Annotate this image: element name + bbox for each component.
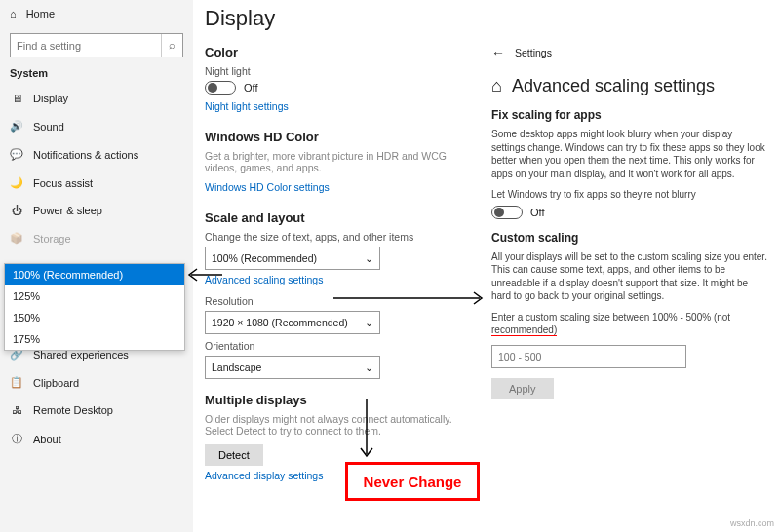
item-label: Clipboard (33, 377, 79, 389)
page-title: Advanced scaling settings (512, 76, 715, 96)
power-icon: ⏻ (10, 205, 23, 216)
watermark: wsxdn.com (730, 518, 774, 528)
scale-option-125[interactable]: 125% (5, 285, 184, 307)
multiple-displays-desc: Older displays might not always connect … (205, 413, 464, 437)
settings-label: Settings (515, 47, 552, 58)
resolution-value: 1920 × 1080 (Recommended) (212, 317, 348, 328)
fix-scaling-desc: Some desktop apps might look blurry when… (491, 128, 768, 180)
scale-dropdown-list[interactable]: 100% (Recommended) 125% 150% 175% (4, 263, 185, 351)
apply-button[interactable]: Apply (491, 378, 554, 399)
item-label: Notifications & actions (33, 149, 138, 161)
night-light-settings-link[interactable]: Night light settings (205, 100, 289, 112)
orientation-value: Landscape (212, 361, 261, 373)
sidebar-item-about[interactable]: ⓘAbout (0, 424, 193, 454)
sidebar-item-power[interactable]: ⏻Power & sleep (0, 197, 193, 224)
search-input[interactable] (11, 40, 161, 52)
clipboard-icon: 📋 (10, 376, 23, 389)
remote-icon: 🖧 (10, 404, 23, 416)
display-icon: 🖥 (10, 93, 23, 104)
orientation-label: Orientation (205, 340, 464, 352)
about-icon: ⓘ (10, 432, 23, 446)
toggle-state: Off (530, 207, 544, 218)
focus-icon: 🌙 (10, 176, 23, 189)
scale-label: Change the size of text, apps, and other… (205, 231, 464, 243)
display-settings-pane: Display Color Night light Off Night ligh… (193, 0, 476, 491)
sidebar-item-display[interactable]: 🖥Display (0, 85, 193, 112)
sidebar-item-sound[interactable]: 🔊Sound (0, 112, 193, 140)
item-label: Focus assist (33, 177, 93, 189)
search-box[interactable]: ⌕ (10, 33, 183, 57)
custom-scaling-heading: Custom scaling (491, 231, 768, 245)
orientation-select[interactable]: Landscape ⌄ (205, 356, 380, 379)
scale-option-175[interactable]: 175% (5, 328, 184, 350)
toggle-switch-icon (491, 206, 523, 219)
hd-color-heading: Windows HD Color (205, 130, 464, 144)
search-icon[interactable]: ⌕ (161, 34, 182, 57)
advanced-scaling-link[interactable]: Advanced scaling settings (205, 274, 323, 285)
sidebar-item-clipboard[interactable]: 📋Clipboard (0, 368, 193, 397)
item-label: Storage (33, 233, 71, 245)
item-label: Power & sleep (33, 205, 102, 216)
detect-button[interactable]: Detect (205, 444, 263, 466)
advanced-display-link[interactable]: Advanced display settings (205, 470, 323, 481)
item-label: Remote Desktop (33, 404, 113, 416)
home-label: Home (26, 8, 55, 19)
custom-scaling-label: Enter a custom scaling size between 100%… (491, 311, 768, 337)
chevron-down-icon: ⌄ (365, 252, 373, 264)
resolution-label: Resolution (205, 295, 464, 307)
sidebar-item-focus[interactable]: 🌙Focus assist (0, 169, 193, 197)
chevron-down-icon: ⌄ (365, 361, 373, 373)
item-label: Sound (33, 121, 64, 133)
category-title: System (10, 67, 183, 79)
multiple-displays-heading: Multiple displays (205, 393, 464, 407)
toggle-switch-icon (205, 81, 236, 95)
home-nav[interactable]: ⌂ Home (0, 0, 193, 27)
let-windows-label: Let Windows try to fix apps so they're n… (491, 188, 768, 202)
sidebar-item-remote[interactable]: 🖧Remote Desktop (0, 397, 193, 424)
custom-scaling-desc: All your displays will be set to the cus… (491, 250, 768, 303)
night-light-label: Night light (205, 65, 464, 77)
item-label: About (33, 434, 61, 445)
home-icon: ⌂ (10, 8, 17, 19)
home-icon: ⌂ (491, 76, 502, 96)
hd-color-desc: Get a brighter, more vibrant picture in … (205, 150, 464, 173)
hd-color-link[interactable]: Windows HD Color settings (205, 181, 330, 193)
notifications-icon: 💬 (10, 148, 23, 161)
scale-value: 100% (Recommended) (212, 252, 317, 264)
scale-option-100[interactable]: 100% (Recommended) (5, 264, 184, 285)
item-label: Display (33, 93, 68, 104)
back-button[interactable]: ← (491, 45, 505, 60)
color-heading: Color (205, 45, 464, 59)
toggle-state: Off (244, 82, 257, 94)
fix-blurry-toggle[interactable]: Off (491, 206, 768, 219)
scale-option-150[interactable]: 150% (5, 307, 184, 328)
scale-heading: Scale and layout (205, 210, 464, 225)
sidebar-item-notifications[interactable]: 💬Notifications & actions (0, 140, 193, 169)
storage-icon: 📦 (10, 232, 23, 245)
sidebar-item-storage[interactable]: 📦Storage (0, 224, 193, 252)
page-title: Display (205, 6, 464, 31)
fix-scaling-heading: Fix scaling for apps (491, 108, 768, 122)
chevron-down-icon: ⌄ (365, 317, 373, 328)
advanced-scaling-pane: ← Settings ⌂ Advanced scaling settings F… (486, 39, 778, 405)
custom-scaling-input[interactable] (491, 345, 686, 368)
never-change-annotation: Never Change (345, 462, 480, 501)
sound-icon: 🔊 (10, 120, 23, 133)
scale-select[interactable]: 100% (Recommended) ⌄ (205, 247, 380, 270)
resolution-select[interactable]: 1920 × 1080 (Recommended) ⌄ (205, 311, 380, 334)
night-light-toggle[interactable]: Off (205, 81, 464, 95)
